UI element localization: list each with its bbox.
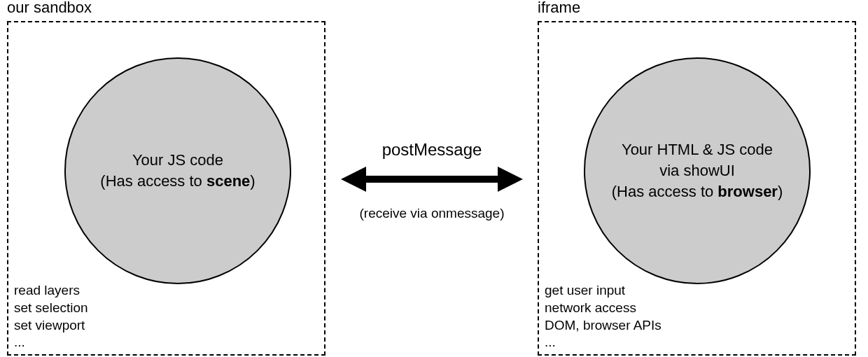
iframe-circle: Your HTML & JS code via showUI (Has acce… bbox=[584, 57, 811, 284]
sandbox-capability: read layers bbox=[14, 282, 88, 300]
iframe-capability: ... bbox=[545, 334, 662, 351]
double-arrow-icon bbox=[341, 165, 523, 193]
iframe-circle-line3-pre: (Has access to bbox=[612, 183, 718, 200]
sandbox-circle-line2-post: ) bbox=[250, 172, 255, 190]
iframe-circle-line3-post: ) bbox=[778, 183, 783, 200]
iframe-capability: DOM, browser APIs bbox=[545, 317, 662, 335]
sandbox-circle-line2-bold: scene bbox=[206, 172, 250, 190]
iframe-capability: get user input bbox=[545, 282, 662, 300]
sandbox-circle: Your JS code (Has access to scene) bbox=[64, 57, 291, 284]
iframe-circle-line1: Your HTML & JS code bbox=[622, 141, 773, 158]
iframe-circle-line3-bold: browser bbox=[718, 183, 778, 200]
iframe-circle-line2: via showUI bbox=[659, 162, 735, 179]
iframe-capabilities-list: get user input network access DOM, brows… bbox=[539, 282, 662, 351]
sandbox-capability: set selection bbox=[14, 300, 88, 317]
svg-rect-0 bbox=[360, 176, 503, 183]
svg-marker-2 bbox=[498, 167, 523, 192]
postmessage-label: postMessage bbox=[329, 140, 535, 160]
iframe-box-title: iframe bbox=[538, 0, 580, 15]
sandbox-capabilities-list: read layers set selection set viewport .… bbox=[8, 282, 88, 351]
sandbox-circle-line1: Your JS code bbox=[132, 151, 223, 169]
diagram-stage: our sandbox iframe read layers set selec… bbox=[0, 0, 868, 357]
svg-marker-1 bbox=[341, 167, 366, 192]
onmessage-label: (receive via onmessage) bbox=[329, 206, 535, 221]
sandbox-capability: set viewport bbox=[14, 317, 88, 335]
sandbox-circle-label: Your JS code (Has access to scene) bbox=[88, 150, 267, 191]
sandbox-box-title: our sandbox bbox=[7, 0, 92, 15]
sandbox-circle-line2-pre: (Has access to bbox=[100, 172, 206, 190]
double-arrow-wrap bbox=[329, 165, 535, 193]
iframe-capability: network access bbox=[545, 300, 662, 317]
iframe-circle-label: Your HTML & JS code via showUI (Has acce… bbox=[599, 139, 796, 202]
sandbox-capability: ... bbox=[14, 334, 88, 351]
